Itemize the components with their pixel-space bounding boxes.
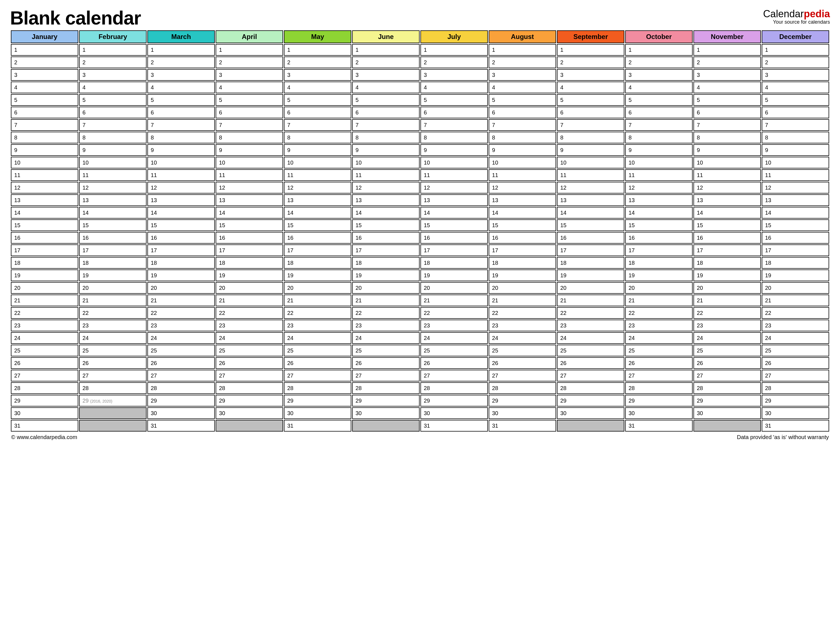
day-cell: 20 xyxy=(147,282,215,294)
day-cell: 19 xyxy=(79,270,147,281)
table-row: 666666666666 xyxy=(11,107,829,118)
day-cell: 29 xyxy=(557,395,624,407)
month-header-august: August xyxy=(489,30,556,43)
brand-block: Calendarpedia Your source for calendars xyxy=(763,8,830,25)
day-cell: 7 xyxy=(762,119,829,131)
day-cell: 28 xyxy=(420,382,488,394)
day-cell: 19 xyxy=(11,270,78,281)
day-cell: 25 xyxy=(557,345,624,356)
month-header-june: June xyxy=(352,30,420,43)
day-cell: 4 xyxy=(147,82,215,93)
day-cell: 3 xyxy=(352,69,420,81)
day-cell: 26 xyxy=(693,357,761,369)
day-cell: 7 xyxy=(420,119,488,131)
day-cell: 16 xyxy=(11,232,78,244)
day-cell: 12 xyxy=(284,182,351,194)
day-cell: 5 xyxy=(79,94,147,106)
day-cell: 1 xyxy=(420,44,488,56)
day-cell: 12 xyxy=(147,182,215,194)
day-cell: 25 xyxy=(420,345,488,356)
day-cell: 9 xyxy=(147,144,215,156)
day-cell: 12 xyxy=(79,182,147,194)
day-cell: 30 xyxy=(625,407,693,419)
day-cell: 23 xyxy=(216,320,283,331)
day-cell: 25 xyxy=(79,345,147,356)
day-cell: 27 xyxy=(693,370,761,381)
day-cell: 11 xyxy=(284,169,351,181)
day-cell: 4 xyxy=(284,82,351,93)
day-cell: 7 xyxy=(284,119,351,131)
day-cell: 10 xyxy=(762,157,829,169)
day-cell: 3 xyxy=(284,69,351,81)
day-cell: 1 xyxy=(11,44,78,56)
day-cell: 29 (2016, 2020) xyxy=(79,395,147,407)
day-cell: 29 xyxy=(762,395,829,407)
day-cell: 8 xyxy=(625,132,693,143)
day-cell: 22 xyxy=(284,307,351,319)
day-cell: 27 xyxy=(147,370,215,381)
day-cell: 24 xyxy=(147,332,215,344)
day-cell: 28 xyxy=(284,382,351,394)
day-cell: 16 xyxy=(420,232,488,244)
day-cell: 23 xyxy=(11,320,78,331)
day-cell: 15 xyxy=(489,219,556,231)
day-cell: 10 xyxy=(147,157,215,169)
day-cell: 29 xyxy=(11,395,78,407)
day-cell: 7 xyxy=(352,119,420,131)
day-cell: 1 xyxy=(79,44,147,56)
day-cell: 31 xyxy=(147,420,215,432)
day-cell: 15 xyxy=(693,219,761,231)
table-row: 121212121212121212121212 xyxy=(11,182,829,194)
day-cell: 24 xyxy=(11,332,78,344)
brand-prefix: Calendar xyxy=(763,8,804,19)
day-cell: 9 xyxy=(11,144,78,156)
calendar-body: 1111111111112222222222223333333333334444… xyxy=(11,44,829,432)
day-cell: 22 xyxy=(352,307,420,319)
day-cell: 9 xyxy=(216,144,283,156)
day-cell: 14 xyxy=(625,207,693,219)
day-cell: 16 xyxy=(147,232,215,244)
day-cell: 8 xyxy=(284,132,351,143)
day-cell: 20 xyxy=(625,282,693,294)
day-cell: 5 xyxy=(693,94,761,106)
day-cell: 19 xyxy=(693,270,761,281)
day-cell: 6 xyxy=(352,107,420,118)
day-cell: 4 xyxy=(79,82,147,93)
day-cell: 21 xyxy=(11,295,78,306)
day-cell: 4 xyxy=(11,82,78,93)
day-cell xyxy=(216,420,283,432)
day-cell: 5 xyxy=(216,94,283,106)
day-cell: 24 xyxy=(762,332,829,344)
day-cell: 5 xyxy=(625,94,693,106)
table-row: 777777777777 xyxy=(11,119,829,131)
day-cell: 16 xyxy=(79,232,147,244)
day-cell: 2 xyxy=(420,57,488,68)
day-cell: 17 xyxy=(693,244,761,256)
day-cell: 24 xyxy=(557,332,624,344)
table-row: 232323232323232323232323 xyxy=(11,320,829,331)
day-cell: 27 xyxy=(11,370,78,381)
day-cell: 24 xyxy=(693,332,761,344)
day-cell: 20 xyxy=(11,282,78,294)
day-cell: 28 xyxy=(489,382,556,394)
day-cell: 5 xyxy=(352,94,420,106)
day-cell: 31 xyxy=(420,420,488,432)
day-cell: 26 xyxy=(79,357,147,369)
table-row: 30 30303030303030303030 xyxy=(11,407,829,419)
day-cell: 1 xyxy=(625,44,693,56)
month-header-february: February xyxy=(79,30,147,43)
day-cell: 9 xyxy=(557,144,624,156)
day-cell: 6 xyxy=(11,107,78,118)
day-cell: 31 xyxy=(489,420,556,432)
day-cell: 3 xyxy=(625,69,693,81)
day-cell xyxy=(557,420,624,432)
day-cell: 21 xyxy=(762,295,829,306)
day-cell: 26 xyxy=(216,357,283,369)
month-header-october: October xyxy=(625,30,693,43)
day-cell: 12 xyxy=(11,182,78,194)
day-cell: 17 xyxy=(420,244,488,256)
day-cell: 31 xyxy=(625,420,693,432)
day-cell: 28 xyxy=(216,382,283,394)
day-cell: 8 xyxy=(352,132,420,143)
day-cell: 11 xyxy=(762,169,829,181)
